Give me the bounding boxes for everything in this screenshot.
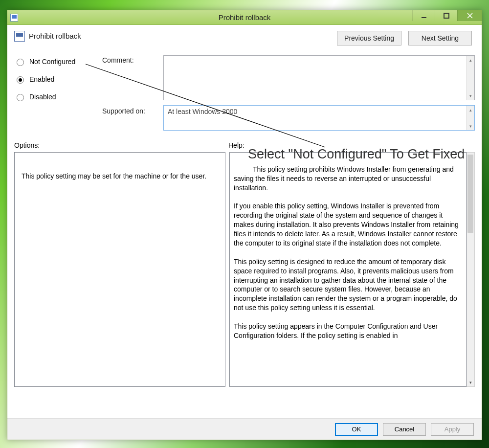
scroll-up-icon: ▴ <box>467 106 474 114</box>
policy-name: Prohibit rollback <box>29 32 81 40</box>
scroll-down-icon: ▾ <box>467 91 474 100</box>
ok-button[interactable]: OK <box>335 423 378 436</box>
cancel-button[interactable]: Cancel <box>383 423 426 436</box>
help-text: This policy setting prohibits Windows In… <box>234 165 461 339</box>
header-row: Prohibit rollback Previous Setting Next … <box>14 31 475 52</box>
scroll-down-icon: ▾ <box>467 122 474 130</box>
help-wrapper: This policy setting prohibits Windows In… <box>229 152 475 387</box>
supported-on-label: Supported on: <box>102 102 163 115</box>
close-button[interactable] <box>457 10 482 21</box>
window-title: Prohibit rollback <box>7 13 482 22</box>
title-bar[interactable]: Prohibit rollback <box>7 10 482 25</box>
radio-not-configured[interactable]: Not Configured <box>14 57 102 66</box>
radio-enabled-label: Enabled <box>29 75 54 83</box>
radio-not-configured-input[interactable] <box>17 59 24 66</box>
minimize-button[interactable] <box>412 10 435 21</box>
scroll-up-icon: ▴ <box>467 56 474 64</box>
maximize-icon <box>444 13 449 19</box>
radio-enabled-input[interactable] <box>17 76 24 84</box>
supported-on-field: At least Windows 2000 ▴ ▾ <box>163 105 475 131</box>
radio-enabled[interactable]: Enabled <box>14 75 102 84</box>
options-pane: This policy setting may be set for the m… <box>14 152 225 387</box>
apply-button: Apply <box>431 423 474 436</box>
help-scrollbar[interactable]: ▴ ▾ <box>467 152 475 387</box>
scroll-down-icon: ▾ <box>467 378 474 386</box>
options-label: Options: <box>14 141 228 149</box>
supported-on-value: At least Windows 2000 <box>168 108 237 115</box>
help-pane[interactable]: This policy setting prohibits Windows In… <box>229 152 467 387</box>
radio-not-configured-label: Not Configured <box>29 58 75 66</box>
radio-disabled[interactable]: Disabled <box>14 92 102 101</box>
group-policy-dialog: Prohibit rollback Prohibit rollback Prev… <box>7 10 482 440</box>
previous-setting-button[interactable]: Previous Setting <box>337 31 401 45</box>
comment-label: Comment: <box>102 55 163 64</box>
comment-scrollbar[interactable]: ▴ ▾ <box>466 56 474 100</box>
minimize-icon <box>421 13 427 19</box>
nav-buttons: Previous Setting Next Setting <box>337 31 472 45</box>
client-area: Prohibit rollback Previous Setting Next … <box>7 25 482 440</box>
options-text: This policy setting may be set for the m… <box>22 172 206 180</box>
dialog-button-bar: OK Cancel Apply <box>7 418 482 440</box>
radio-disabled-label: Disabled <box>29 93 56 101</box>
svg-rect-1 <box>444 13 449 18</box>
scrollbar-thumb[interactable] <box>467 155 473 233</box>
close-icon <box>467 13 473 19</box>
help-label: Help: <box>228 141 475 149</box>
supported-scrollbar[interactable]: ▴ ▾ <box>466 106 474 130</box>
next-setting-button[interactable]: Next Setting <box>408 31 472 45</box>
state-radios: Not Configured Enabled Disabled <box>14 55 102 101</box>
comment-textarea[interactable]: ▴ ▾ <box>163 55 475 100</box>
pane-labels: Options: Help: <box>14 141 475 149</box>
maximize-button[interactable] <box>435 10 457 21</box>
config-area: Not Configured Enabled Disabled Comment:… <box>14 55 475 131</box>
radio-disabled-input[interactable] <box>17 94 24 101</box>
window-controls <box>412 10 482 21</box>
svg-rect-0 <box>422 17 426 18</box>
policy-icon <box>14 31 25 42</box>
panes: This policy setting may be set for the m… <box>14 152 475 387</box>
